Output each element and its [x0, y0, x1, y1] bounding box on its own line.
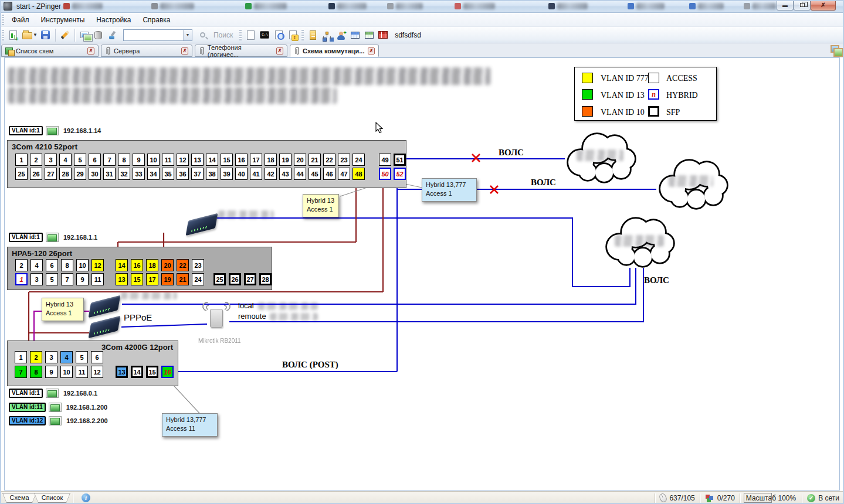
port-50[interactable]: 50 [379, 168, 391, 180]
port-33[interactable]: 33 [133, 168, 145, 180]
port-6[interactable]: 6 [91, 351, 103, 363]
save-icon[interactable] [39, 28, 53, 42]
port-22[interactable]: 22 [323, 154, 335, 166]
port-26[interactable]: 26 [229, 273, 241, 285]
port-12[interactable]: 12 [177, 154, 189, 166]
port-tooltip[interactable]: Hybrid 13,777 Access 11 [162, 413, 218, 437]
port-34[interactable]: 34 [147, 168, 160, 180]
menu-settings[interactable]: Настройка [90, 14, 137, 26]
tab-switching-scheme[interactable]: Схема коммутаци... ✗ [290, 45, 379, 57]
port-52[interactable]: 52 [394, 168, 406, 180]
port-20[interactable]: 20 [294, 154, 306, 166]
port-24[interactable]: 24 [352, 154, 365, 166]
switch-hpa5-120[interactable]: HPA5-120 26port 24681012141618202223 135… [7, 247, 272, 290]
port-7[interactable]: 7 [15, 366, 27, 378]
minimize-button[interactable]: ▬ [777, 0, 794, 11]
port-26[interactable]: 26 [30, 168, 42, 180]
port-21[interactable]: 21 [309, 154, 321, 166]
port-43[interactable]: 43 [279, 168, 291, 180]
info-icon[interactable]: i [82, 493, 90, 502]
sheet-tab-schema[interactable]: Схема [2, 493, 36, 503]
port-36[interactable]: 36 [177, 168, 189, 180]
port-24[interactable]: 24 [192, 273, 204, 285]
combobox-dropdown-icon[interactable]: ▼ [183, 30, 192, 40]
port-19[interactable]: 19 [279, 154, 291, 166]
port-27[interactable]: 27 [45, 168, 57, 180]
port-8[interactable]: 8 [61, 259, 73, 271]
port-10[interactable]: 10 [147, 154, 160, 166]
port-14[interactable]: 14 [131, 366, 143, 378]
zoom-document-icon[interactable] [272, 28, 286, 42]
port-5[interactable]: 5 [74, 154, 86, 166]
port-48[interactable]: 48 [352, 168, 365, 180]
port-27[interactable]: 27 [244, 273, 256, 285]
port-1[interactable]: 1 [15, 154, 28, 166]
port-39[interactable]: 39 [221, 168, 233, 180]
port-12[interactable]: 12 [91, 366, 103, 378]
port-3[interactable]: 3 [45, 154, 57, 166]
port-14[interactable]: 14 [206, 154, 218, 166]
port-10[interactable]: 10 [76, 259, 89, 271]
media-converter[interactable] [185, 213, 218, 236]
tab-close-icon[interactable]: ✗ [276, 47, 283, 55]
port-11[interactable]: 11 [91, 273, 104, 285]
port-23[interactable]: 23 [192, 259, 204, 271]
edit-icon[interactable] [58, 28, 72, 42]
port-11[interactable]: 11 [162, 154, 174, 166]
port-37[interactable]: 37 [191, 168, 204, 180]
port-16[interactable]: 16 [131, 259, 143, 271]
console-icon[interactable]: C:\ [257, 28, 272, 42]
port-6[interactable]: 6 [46, 259, 58, 271]
port-13[interactable]: 13 [191, 154, 204, 166]
port-15[interactable]: 15 [146, 366, 158, 378]
restore-button[interactable] [794, 0, 811, 11]
port-4[interactable]: 4 [60, 351, 73, 363]
port-42[interactable]: 42 [265, 168, 277, 180]
new-document-icon[interactable] [243, 28, 257, 42]
port-11[interactable]: 11 [76, 366, 88, 378]
port-2[interactable]: 2 [30, 351, 42, 363]
port-44[interactable]: 44 [294, 168, 306, 180]
port-1[interactable]: 1 [15, 273, 28, 285]
port-9[interactable]: 9 [133, 154, 145, 166]
tab-close-icon[interactable]: ✗ [368, 47, 375, 55]
port-30[interactable]: 30 [89, 168, 101, 180]
port-49[interactable]: 49 [379, 154, 391, 166]
legend[interactable]: VLAN ID 777 VLAN ID 13 VLAN ID 10 ACCESS… [574, 67, 717, 121]
cascade-windows-icon[interactable] [831, 45, 839, 53]
new-scheme-icon[interactable] [6, 28, 20, 42]
port-23[interactable]: 23 [338, 154, 350, 166]
network-grid2-icon[interactable] [362, 28, 376, 42]
port-25[interactable]: 25 [213, 273, 226, 285]
port-7[interactable]: 7 [61, 273, 73, 285]
port-19[interactable]: 19 [161, 273, 174, 285]
port-tooltip[interactable]: Hybrid 13 Access 1 [42, 298, 84, 321]
close-button[interactable]: ✗ [811, 0, 836, 11]
port-38[interactable]: 38 [206, 168, 218, 180]
port-9[interactable]: 9 [45, 366, 57, 378]
search-combobox[interactable]: ▼ [123, 29, 192, 41]
port-17[interactable]: 17 [146, 273, 158, 285]
port-18[interactable]: 18 [265, 154, 277, 166]
port-2[interactable]: 2 [15, 259, 28, 271]
port-18[interactable]: 18 [146, 259, 158, 271]
port-32[interactable]: 32 [118, 168, 130, 180]
port-15[interactable]: 15 [131, 273, 143, 285]
media-converter[interactable] [88, 316, 120, 338]
port-16[interactable]: 16 [235, 154, 248, 166]
search-icon[interactable] [196, 28, 210, 42]
vlan-tag-box[interactable]: VLAN id:12 [9, 416, 46, 425]
mikrotik-router[interactable] [208, 309, 225, 328]
diagram-canvas[interactable]: VLAN ID 777 VLAN ID 13 VLAN ID 10 ACCESS… [4, 57, 840, 491]
tab-telephony[interactable]: Телефония (логичес... ✗ [195, 45, 287, 57]
port-4[interactable]: 4 [59, 154, 72, 166]
switch-3com-4200g[interactable]: 3Com 4200G 12port 123456 789101112131415… [7, 340, 178, 386]
port-15[interactable]: 15 [221, 154, 233, 166]
open-icon[interactable] [20, 28, 34, 42]
port-7[interactable]: 7 [103, 154, 116, 166]
port-3[interactable]: 3 [45, 351, 57, 363]
menu-tools[interactable]: Инструменты [35, 14, 91, 26]
port-9[interactable]: 9 [76, 273, 89, 285]
sheet-tab-list[interactable]: Список [34, 493, 70, 503]
port-1[interactable]: 1 [15, 351, 27, 363]
